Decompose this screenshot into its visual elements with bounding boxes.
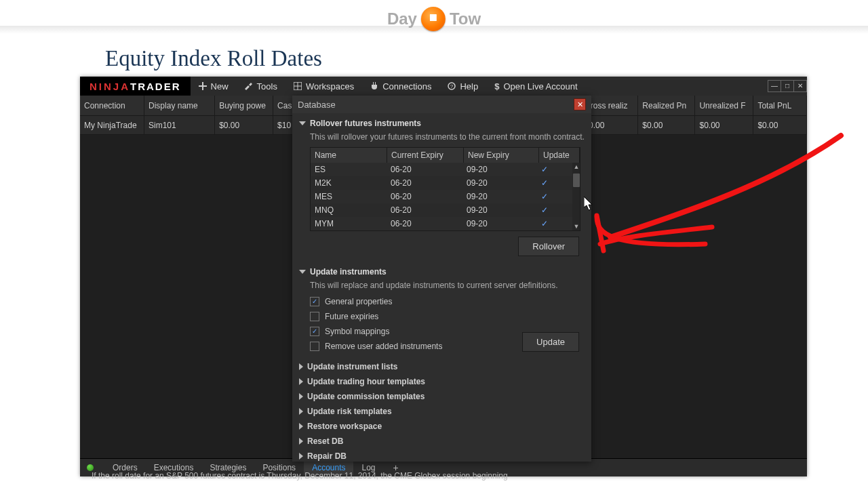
- grid-header-cell[interactable]: Display name: [144, 96, 215, 116]
- collapsed-section[interactable]: Update instrument lists: [299, 359, 585, 374]
- wrench-icon: [245, 82, 253, 90]
- check-general-properties[interactable]: ✓General properties: [299, 294, 585, 309]
- nt-logo: NINJATRADER: [80, 77, 191, 96]
- grid-header-cell[interactable]: Total PnL: [753, 96, 807, 116]
- grid-cell: $0.00: [753, 116, 807, 135]
- grid-header-cell[interactable]: Connection: [80, 96, 144, 116]
- connection-status-icon: [87, 464, 94, 471]
- chevron-right-icon: [299, 438, 303, 445]
- menu-tools[interactable]: Tools: [237, 77, 285, 96]
- collapsed-section[interactable]: Update trading hour templates: [299, 374, 585, 389]
- help-icon: ?: [448, 82, 456, 90]
- col-current-expiry[interactable]: Current Expiry: [387, 148, 464, 163]
- dollar-icon: $: [494, 81, 499, 92]
- page-title: Equity Index Roll Dates: [105, 46, 868, 71]
- check-future-expiries[interactable]: Future expiries: [299, 309, 585, 324]
- rollover-description: This will rollover your futures instrume…: [299, 129, 585, 146]
- scroll-down-icon[interactable]: ▼: [574, 222, 580, 230]
- database-panel-title: Database: [298, 100, 336, 110]
- chevron-right-icon: [299, 393, 303, 400]
- site-logo: Day Tow: [387, 7, 481, 31]
- nt-menubar: NINJATRADER New Tools Workspaces Connect…: [80, 77, 807, 96]
- collapsed-section[interactable]: Update risk templates: [299, 404, 585, 419]
- chevron-right-icon: [299, 408, 303, 415]
- menu-new[interactable]: New: [191, 77, 237, 96]
- chevron-down-icon: [299, 121, 306, 125]
- grid-cell: Sim101: [144, 116, 215, 135]
- page-footnote: If the roll date for an S&P 500 futures …: [92, 471, 508, 481]
- rollover-button[interactable]: Rollover: [518, 237, 579, 256]
- update-description: This will replace and update instruments…: [299, 278, 585, 294]
- window-close-button[interactable]: ✕: [793, 80, 807, 92]
- menu-connections[interactable]: Connections: [362, 77, 439, 96]
- grid-cell: $0.00: [695, 116, 753, 135]
- update-button[interactable]: Update: [522, 332, 579, 352]
- grid-cell: $0.00: [638, 116, 695, 135]
- chevron-down-icon: [299, 270, 306, 274]
- chevron-right-icon: [299, 453, 303, 460]
- chevron-right-icon: [299, 363, 303, 370]
- database-close-button[interactable]: ✕: [574, 98, 586, 110]
- menu-help[interactable]: ? Help: [439, 77, 486, 96]
- rollover-section-toggle[interactable]: Rollover futures instruments: [299, 117, 585, 129]
- collapsed-section[interactable]: Update commission templates: [299, 389, 585, 404]
- chevron-right-icon: [299, 378, 303, 385]
- grid-header-cell[interactable]: Unrealized F: [695, 96, 753, 116]
- collapsed-section[interactable]: Reset DB: [299, 434, 585, 449]
- svg-text:?: ?: [450, 83, 454, 89]
- grid-header-cell[interactable]: Buying powe: [215, 96, 273, 116]
- plus-icon: [199, 82, 207, 90]
- rollover-row[interactable]: MNQ06-2009-20✓: [311, 203, 580, 217]
- collapsed-section[interactable]: Repair DB: [299, 449, 585, 464]
- rollover-row[interactable]: ES06-2009-20✓: [311, 163, 580, 176]
- menu-open-live[interactable]: $ Open Live Account: [486, 77, 585, 96]
- grid-cell: My NinjaTrade: [80, 116, 144, 135]
- window-minimize-button[interactable]: —: [768, 80, 781, 92]
- rollover-scrollbar[interactable]: ▲ ▼: [572, 163, 580, 230]
- rollover-row[interactable]: MES06-2009-20✓: [311, 190, 580, 203]
- scroll-up-icon[interactable]: ▲: [574, 163, 580, 171]
- plug-icon: [370, 82, 378, 90]
- window-maximize-button[interactable]: □: [781, 80, 794, 92]
- col-new-expiry[interactable]: New Expiry: [464, 148, 539, 163]
- workspace-icon: [294, 82, 302, 90]
- logo-orb-icon: [421, 7, 446, 31]
- col-name[interactable]: Name: [311, 148, 387, 163]
- grid-cell: $0.00: [215, 116, 273, 135]
- rollover-table: Name Current Expiry New Expiry Update ES…: [310, 147, 580, 231]
- rollover-row[interactable]: MYM06-2009-20✓: [311, 217, 580, 230]
- col-update[interactable]: Update: [539, 148, 580, 163]
- chevron-right-icon: [299, 423, 303, 430]
- collapsed-section[interactable]: Restore workspace: [299, 419, 585, 434]
- menu-workspaces[interactable]: Workspaces: [285, 77, 362, 96]
- database-panel: Database ✕ Rollover futures instruments …: [292, 96, 591, 462]
- scroll-thumb[interactable]: [573, 174, 580, 187]
- grid-header-cell[interactable]: Realized Pn: [638, 96, 695, 116]
- update-section-toggle[interactable]: Update instruments: [299, 266, 585, 278]
- rollover-row[interactable]: M2K06-2009-20✓: [311, 176, 580, 190]
